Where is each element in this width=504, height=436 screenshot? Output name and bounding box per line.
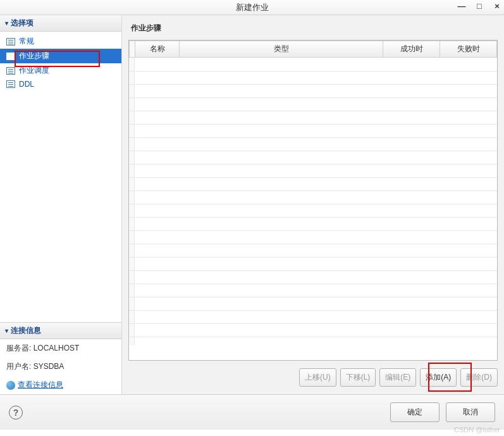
table-row[interactable] <box>129 177 497 190</box>
sidebar-spacer <box>0 93 121 322</box>
ok-button[interactable]: 确定 <box>390 402 439 422</box>
table-row[interactable] <box>129 84 497 97</box>
table-row[interactable] <box>129 297 497 310</box>
action-row: 上移(U) 下移(L) 编辑(E) 添加(A) 删除(D) <box>128 361 498 388</box>
row-handle-header <box>130 41 135 58</box>
table-row[interactable] <box>129 310 497 323</box>
content-panel: 作业步骤 名称 类型 成功时 失败时 <box>122 15 504 394</box>
main-area: ▾ 选择项 常规 作业步骤 作业调度 DDL <box>0 15 504 395</box>
table-row[interactable] <box>129 164 497 177</box>
globe-icon <box>6 381 15 390</box>
window-controls: — □ × <box>457 1 501 10</box>
user-info: 用户名: SYSDBA <box>0 358 121 376</box>
table-row[interactable] <box>129 257 497 270</box>
maximize-button[interactable]: □ <box>475 1 484 10</box>
col-fail[interactable]: 失败时 <box>440 41 497 58</box>
table-row[interactable] <box>129 137 497 151</box>
table-row[interactable] <box>129 151 497 164</box>
sidebar-item-general[interactable]: 常规 <box>0 34 121 49</box>
collapse-arrow-icon: ▾ <box>5 327 8 334</box>
options-header[interactable]: ▾ 选择项 <box>0 15 121 32</box>
col-type[interactable]: 类型 <box>180 41 383 58</box>
options-title: 选择项 <box>11 18 34 28</box>
table-row[interactable] <box>129 244 497 257</box>
sidebar-item-schedule[interactable]: 作业调度 <box>0 63 121 78</box>
nav-label: 作业调度 <box>19 65 49 76</box>
table-row[interactable] <box>129 124 497 137</box>
nav-label: 作业步骤 <box>19 51 49 61</box>
col-name[interactable]: 名称 <box>135 41 180 58</box>
sidebar-options-section: ▾ 选择项 常规 作业步骤 作业调度 DDL <box>0 15 121 93</box>
page-icon <box>6 38 15 46</box>
conn-header[interactable]: ▾ 连接信息 <box>0 323 121 339</box>
conn-title: 连接信息 <box>11 325 41 336</box>
table-row[interactable] <box>129 323 497 337</box>
add-button[interactable]: 添加(A) <box>420 368 457 387</box>
server-info: 服务器: LOCALHOST <box>0 339 121 358</box>
table-row[interactable] <box>129 217 497 230</box>
steps-table: 名称 类型 成功时 失败时 <box>128 40 498 361</box>
footer: ? 确定 取消 <box>0 395 504 430</box>
page-icon <box>6 53 15 60</box>
sidebar: ▾ 选择项 常规 作业步骤 作业调度 DDL <box>0 15 122 394</box>
sidebar-item-steps[interactable]: 作业步骤 <box>0 49 121 63</box>
table-row[interactable] <box>129 283 497 297</box>
table-row[interactable] <box>129 270 497 283</box>
content-heading: 作业步骤 <box>128 20 498 40</box>
move-up-button[interactable]: 上移(U) <box>299 368 336 387</box>
window-title: 新建作业 <box>236 2 269 13</box>
connection-info-section: ▾ 连接信息 服务器: LOCALHOST 用户名: SYSDBA 查看连接信息 <box>0 322 121 394</box>
table-body[interactable] <box>129 58 497 346</box>
table-row[interactable] <box>129 111 497 124</box>
nav-label: 常规 <box>19 36 34 47</box>
collapse-arrow-icon: ▾ <box>5 20 8 27</box>
table-row[interactable] <box>129 204 497 217</box>
sidebar-item-ddl[interactable]: DDL <box>0 78 121 90</box>
cancel-button[interactable]: 取消 <box>446 402 495 422</box>
table-row[interactable] <box>129 230 497 244</box>
nav-list: 常规 作业步骤 作业调度 DDL <box>0 32 121 93</box>
nav-label: DDL <box>19 80 34 89</box>
table-row[interactable] <box>129 337 497 346</box>
table-row[interactable] <box>129 71 497 84</box>
table-row[interactable] <box>129 97 497 111</box>
view-connection-link[interactable]: 查看连接信息 <box>0 376 121 394</box>
page-icon <box>6 80 15 88</box>
page-icon <box>6 67 15 75</box>
table-header-row: 名称 类型 成功时 失败时 <box>130 41 497 58</box>
close-button[interactable]: × <box>493 1 501 10</box>
table-row[interactable] <box>129 190 497 204</box>
col-success[interactable]: 成功时 <box>383 41 440 58</box>
move-down-button[interactable]: 下移(L) <box>340 368 376 387</box>
minimize-button[interactable]: — <box>457 1 466 10</box>
help-button[interactable]: ? <box>9 406 23 420</box>
edit-button[interactable]: 编辑(E) <box>379 368 416 387</box>
conn-link-label: 查看连接信息 <box>18 380 63 390</box>
titlebar: 新建作业 — □ × <box>0 0 504 15</box>
table-row[interactable] <box>129 58 497 71</box>
delete-button[interactable]: 删除(D) <box>460 368 498 387</box>
